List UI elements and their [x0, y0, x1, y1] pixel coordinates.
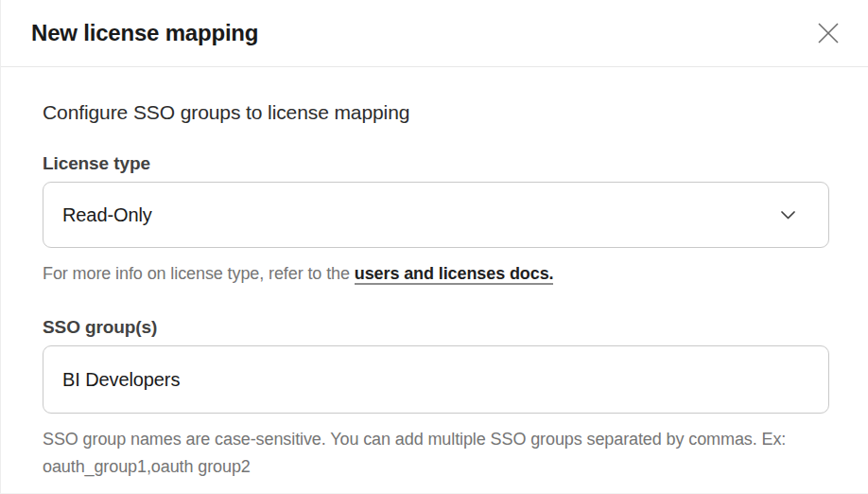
dialog-title: New license mapping — [31, 20, 258, 46]
users-licenses-docs-link[interactable]: users and licenses docs. — [355, 264, 554, 285]
sso-groups-label: SSO group(s) — [43, 317, 829, 338]
form-heading: Configure SSO groups to license mapping — [43, 101, 829, 124]
close-icon — [816, 21, 841, 45]
dialog-header: New license mapping — [1, 0, 868, 67]
chevron-down-icon — [781, 211, 795, 220]
license-type-select[interactable]: Read-Only — [43, 182, 829, 248]
license-type-help-prefix: For more info on license type, refer to … — [43, 264, 355, 283]
dialog-body: Configure SSO groups to license mapping … — [1, 67, 868, 481]
license-type-label: License type — [43, 153, 829, 174]
close-button[interactable] — [811, 16, 845, 50]
sso-groups-help: SSO group names are case-sensitive. You … — [43, 426, 790, 481]
new-license-mapping-dialog: New license mapping Configure SSO groups… — [0, 0, 868, 494]
sso-groups-input[interactable] — [43, 345, 829, 414]
license-type-selected-value: Read-Only — [62, 204, 152, 226]
license-type-help: For more info on license type, refer to … — [43, 260, 829, 288]
